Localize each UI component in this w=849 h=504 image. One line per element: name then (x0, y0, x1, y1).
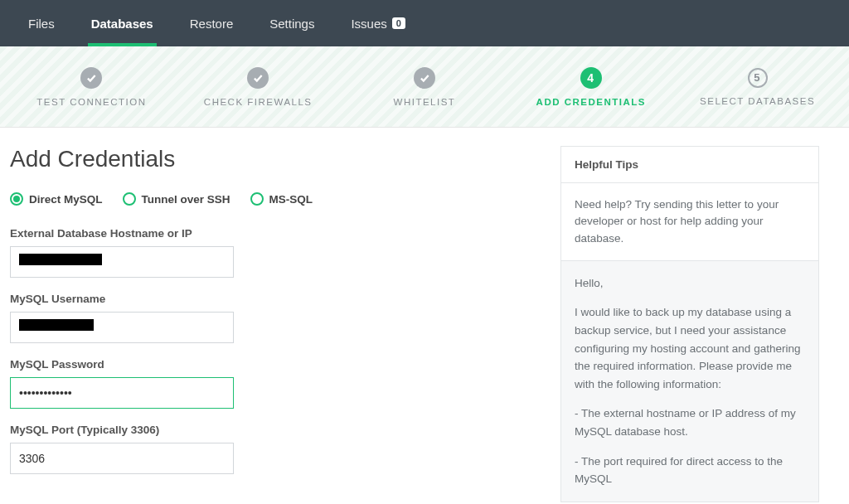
radio-mssql[interactable]: MS-SQL (250, 192, 313, 206)
nav-files[interactable]: Files (10, 0, 73, 46)
step-number-current: 4 (580, 67, 602, 89)
tips-heading: Helpful Tips (561, 147, 818, 183)
issues-count-badge: 0 (392, 17, 405, 29)
redacted-bar (19, 319, 94, 331)
form-column: Add Credentials Direct MySQL Tunnel over… (10, 146, 541, 502)
letter-greeting: Hello, (575, 274, 805, 293)
redacted-bar (19, 254, 102, 265)
check-icon (247, 67, 269, 89)
tips-letter: Hello, I would like to back up my databa… (561, 261, 818, 502)
step-check-firewalls[interactable]: CHECK FIREWALLS (175, 67, 342, 107)
top-navigation: Files Databases Restore Settings Issues … (0, 0, 849, 46)
step-label: ADD CREDENTIALS (536, 97, 646, 107)
check-icon (80, 67, 102, 89)
wizard-stepper: TEST CONNECTION CHECK FIREWALLS WHITELIS… (0, 46, 849, 128)
step-whitelist[interactable]: WHITELIST (342, 67, 508, 107)
page-title: Add Credentials (10, 146, 541, 172)
port-input[interactable] (10, 443, 234, 474)
radio-label: Direct MySQL (29, 193, 103, 206)
letter-body: I would like to back up my database usin… (575, 303, 805, 393)
radio-direct-mysql[interactable]: Direct MySQL (10, 192, 103, 206)
letter-bullet-2: - The port required for direct access to… (575, 453, 805, 488)
step-label: CHECK FIREWALLS (204, 97, 313, 107)
radio-label: Tunnel over SSH (142, 193, 230, 206)
letter-bullet-1: - The external hostname or IP address of… (575, 405, 805, 440)
step-select-databases[interactable]: 5 SELECT DATABASES (674, 68, 841, 106)
nav-restore[interactable]: Restore (172, 0, 252, 46)
step-test-connection[interactable]: TEST CONNECTION (8, 67, 175, 107)
password-input[interactable] (10, 377, 234, 409)
nav-issues[interactable]: Issues 0 (332, 0, 423, 46)
radio-label: MS-SQL (269, 193, 313, 206)
helpful-tips-panel: Helpful Tips Need help? Try sending this… (560, 146, 819, 502)
username-input[interactable] (10, 312, 234, 343)
main-content: Add Credentials Direct MySQL Tunnel over… (0, 128, 849, 502)
radio-tunnel-ssh[interactable]: Tunnel over SSH (123, 192, 230, 206)
nav-databases[interactable]: Databases (73, 0, 172, 46)
step-label: SELECT DATABASES (700, 96, 815, 106)
port-label: MySQL Port (Typically 3306) (10, 424, 541, 436)
password-label: MySQL Password (10, 358, 541, 371)
check-icon (414, 67, 435, 89)
connection-type-radios: Direct MySQL Tunnel over SSH MS-SQL (10, 192, 541, 206)
hostname-input[interactable] (10, 246, 234, 278)
step-label: TEST CONNECTION (36, 97, 146, 107)
nav-settings[interactable]: Settings (251, 0, 332, 46)
username-label: MySQL Username (10, 293, 541, 305)
nav-issues-label: Issues (351, 17, 386, 31)
radio-icon (250, 192, 264, 206)
radio-icon (123, 192, 136, 206)
tips-intro-text: Need help? Try sending this letter to yo… (561, 183, 818, 261)
radio-icon (10, 192, 23, 206)
step-label: WHITELIST (394, 97, 456, 107)
step-add-credentials[interactable]: 4 ADD CREDENTIALS (507, 67, 674, 107)
step-number-pending: 5 (748, 68, 768, 88)
hostname-label: External Database Hostname or IP (10, 227, 541, 240)
